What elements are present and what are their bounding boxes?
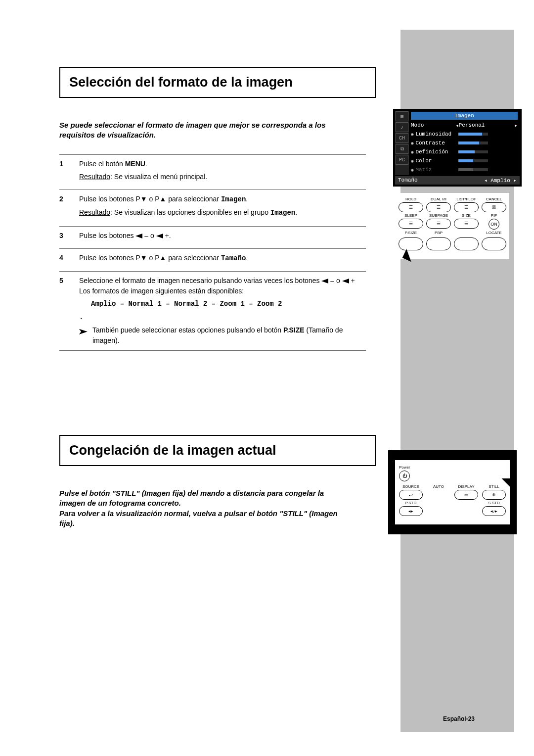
step-number: 3 — [59, 231, 79, 243]
power-button[interactable]: ⏻ — [399, 471, 410, 481]
locate-button[interactable] — [482, 237, 506, 250]
pbp-button[interactable] — [426, 237, 451, 250]
hold-button[interactable]: ☰ — [399, 202, 423, 212]
remote-label: PIP — [482, 213, 506, 218]
step-number: 2 — [59, 194, 79, 221]
result-label: Resultado — [79, 173, 110, 181]
page-number: Español-23 — [443, 715, 475, 722]
section2-heading: Congelación de la imagen actual — [59, 435, 376, 466]
note-arrow-icon: ➤ — [78, 325, 88, 338]
step-row: 1 Pulse el botón MENU. Resultado: Se vis… — [59, 154, 366, 190]
osd-slider — [458, 159, 488, 162]
size-button[interactable]: ☰ — [454, 219, 479, 229]
remote-label: HOLD — [399, 197, 423, 201]
volume-minus-icon — [135, 234, 142, 238]
power-label: Power — [399, 465, 506, 470]
volume-plus-icon — [342, 279, 349, 284]
dual-button[interactable]: ☰ — [426, 202, 451, 212]
remote-label — [454, 231, 479, 235]
step-text: Pulse el botón — [79, 160, 125, 168]
pstd-button[interactable]: ◂▸ — [399, 506, 423, 516]
remote-label: DUAL I/II — [426, 197, 451, 201]
remote-label: PBP — [426, 231, 451, 235]
section2-intro1: Pulse el botón "STILL" (Imagen fija) del… — [59, 488, 351, 509]
section1-intro: Se puede seleccionar el formato de image… — [59, 120, 351, 141]
target-tamano: Tamaño — [221, 254, 246, 262]
cancel-button[interactable]: ☒ — [482, 202, 506, 212]
remote-grid-1: HOLD DUAL I/II LIST/FLOF CANCEL ☰ ☰ ☰ ☒ … — [396, 193, 509, 259]
step-number: 1 — [59, 159, 79, 185]
osd-tab-icon: ♪ — [396, 122, 408, 132]
step-number: 4 — [59, 253, 79, 266]
psize-label: P.SIZE — [283, 326, 305, 334]
remote-label: DISPLAY — [454, 484, 478, 489]
remote-label: LIST/FLOF — [454, 197, 479, 201]
remote-label: SIZE — [454, 213, 479, 218]
format-modes: Amplio – Normal 1 – Normal 2 – Zoom 1 – … — [91, 299, 366, 309]
step-row: 2 Pulse los botones P▼ o P▲ para selecci… — [59, 189, 366, 226]
osd-modo-label: Modo — [411, 122, 455, 128]
pip-on-button[interactable]: ON — [489, 219, 499, 230]
section2-intro2: Para volver a la visualización normal, v… — [59, 509, 351, 529]
remote-label: SOURCE — [399, 484, 423, 489]
volume-minus-icon — [321, 279, 328, 284]
remote-button[interactable] — [454, 237, 479, 250]
remote-label: P.STD — [399, 501, 423, 505]
remote-label: CANCEL — [482, 197, 506, 201]
remote-label: AUTO — [427, 484, 450, 489]
osd-contraste-label: Contraste — [411, 140, 455, 146]
step-row: 5 Seleccione el formato de imagen necesa… — [59, 271, 366, 351]
step-number: 5 — [59, 276, 79, 345]
auto-button[interactable] — [427, 490, 450, 500]
osd-modo-value: Personal — [459, 122, 515, 128]
listflof-button[interactable]: ☰ — [454, 202, 479, 212]
osd-tab-icon: CH — [396, 133, 408, 143]
osd-slider — [458, 168, 488, 171]
osd-tab-icon: PC — [396, 155, 408, 165]
osd-title: Imagen — [411, 112, 518, 120]
pointer-arrow-icon: ◣ — [502, 477, 511, 491]
target-imagen: Imagen — [221, 195, 246, 203]
result-label: Resultado — [79, 208, 110, 216]
remote-label: P.SIZE — [399, 231, 423, 235]
osd-tab-icon: ▦ — [396, 111, 408, 121]
step-row: 4 Pulse los botones P▼ o P▲ para selecci… — [59, 248, 366, 271]
sstd-button[interactable]: ◂♪▸ — [482, 506, 506, 516]
osd-panel: ▦ ♪ CH ⧉ PC Imagen Modo◂ Personal ▸ Lumi… — [393, 109, 522, 187]
remote-label: LOCATE — [482, 231, 506, 235]
remote-label: SLEEP — [399, 213, 423, 218]
osd-slider — [458, 150, 488, 153]
step-row: 3 Pulse los botones – o +. — [59, 226, 366, 248]
remote-label: S.STD — [482, 501, 506, 505]
remote-label: SUBPAGE — [426, 213, 451, 218]
subpage-button[interactable]: ☰ — [426, 219, 451, 229]
osd-tab-icon: ⧉ — [396, 144, 408, 154]
steps-list: 1 Pulse el botón MENU. Resultado: Se vis… — [59, 154, 366, 351]
osd-slider — [458, 142, 488, 144]
sleep-button[interactable]: ☰ — [399, 219, 423, 229]
menu-label: MENU — [125, 160, 145, 168]
source-button[interactable]: ⮐ — [399, 490, 423, 500]
display-button[interactable]: ▭ — [454, 490, 478, 500]
volume-plus-icon — [156, 234, 163, 238]
osd-matiz-label: Matiz — [411, 167, 455, 173]
osd-definicion-label: Definición — [411, 149, 455, 155]
osd-slider — [458, 133, 488, 136]
section1-heading: Selección del formato de la imagen — [59, 67, 376, 98]
osd-color-label: Color — [411, 158, 455, 164]
osd-footer-right: ◂ Amplio ▸ — [484, 177, 517, 184]
remote-panel-2: Power ⏻ SOURCE AUTO DISPLAY STILL ⮐ ▭ ❄ … — [388, 450, 517, 534]
still-button[interactable]: ❄ — [482, 490, 506, 500]
osd-luminosidad-label: Luminosidad — [411, 131, 455, 137]
osd-footer-left: Tomaño — [398, 177, 418, 184]
